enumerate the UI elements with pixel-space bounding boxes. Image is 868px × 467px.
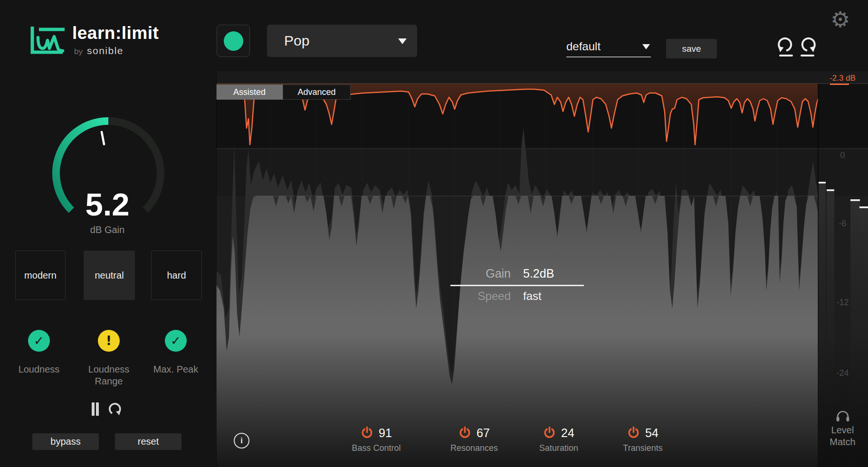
brand-subtitle: bysonible: [74, 45, 124, 56]
scale-label-minus24: -24: [818, 368, 867, 378]
power-icon[interactable]: [458, 426, 471, 440]
scale-label-0: 0: [818, 150, 867, 160]
overlay-gain-label: Gain: [447, 267, 511, 280]
saturation-group: 24 Saturation: [527, 426, 590, 453]
undo-button[interactable]: [774, 34, 796, 59]
tab-advanced[interactable]: Advanced: [283, 84, 351, 100]
bass-control-label: Bass Control: [345, 443, 408, 453]
brand-company: sonible: [87, 45, 124, 56]
preset-dropdown[interactable]: default: [566, 40, 651, 57]
chevron-down-icon: [642, 44, 650, 49]
loudness-range-label: Loudness Range: [75, 364, 143, 387]
power-icon[interactable]: [361, 426, 373, 440]
level-match-label-1: Level: [818, 424, 867, 436]
plugin-title: learn:limit: [72, 23, 159, 43]
reset-button[interactable]: reset: [115, 433, 181, 450]
learn-record-button[interactable]: [217, 25, 250, 57]
level-match-label-2: Match: [818, 436, 867, 448]
style-button-modern[interactable]: modern: [15, 251, 66, 300]
check-icon: ✓: [171, 334, 181, 348]
loudness-label: Loudness: [10, 364, 67, 375]
style-button-neutral[interactable]: neutral: [84, 251, 135, 300]
info-button[interactable]: i: [234, 433, 249, 448]
settings-gear-icon[interactable]: ⚙: [830, 9, 850, 30]
loudness-range-warning-icon: !: [98, 330, 120, 352]
transients-value[interactable]: 54: [645, 426, 658, 440]
transients-group: 54 Transients: [611, 426, 674, 453]
tab-assisted[interactable]: Assisted: [216, 84, 283, 100]
saturation-label: Saturation: [527, 443, 590, 453]
panel-divider: [216, 71, 217, 467]
level-match-button[interactable]: Level Match: [818, 409, 867, 448]
resonances-label: Resonances: [443, 443, 506, 453]
gain-slider[interactable]: [450, 285, 584, 286]
power-icon[interactable]: [627, 426, 640, 440]
brand-by: by: [74, 47, 83, 56]
saturation-value[interactable]: 24: [561, 426, 574, 440]
resonances-value[interactable]: 67: [477, 426, 490, 440]
overlay-speed-label: Speed: [447, 290, 511, 303]
save-button[interactable]: save: [666, 39, 717, 58]
genre-profile-dropdown[interactable]: Pop: [267, 25, 417, 57]
bass-control-group: 91 Bass Control: [345, 426, 408, 453]
loudness-ok-icon: ✓: [28, 330, 50, 352]
genre-profile-value: Pop: [284, 33, 309, 49]
info-icon: i: [240, 436, 243, 446]
power-icon[interactable]: [543, 426, 556, 440]
max-peak-label: Max. Peak: [143, 364, 209, 375]
check-icon: ✓: [34, 334, 44, 348]
transients-label: Transients: [611, 443, 674, 453]
headphones-icon: [835, 409, 850, 422]
scale-label-minus12: -12: [818, 298, 867, 308]
continuous-learning-loop-button[interactable]: [108, 401, 123, 417]
gain-reduction-readout: -2.3 dB: [818, 74, 867, 83]
gauge-needle: [102, 132, 104, 144]
max-peak-ok-icon: ✓: [165, 330, 187, 352]
style-button-hard[interactable]: hard: [151, 251, 202, 300]
sonible-logo-icon: [28, 24, 65, 55]
redo-button[interactable]: [797, 34, 819, 59]
bass-control-value[interactable]: 91: [379, 426, 392, 440]
gain-unit-label: dB Gain: [0, 224, 215, 235]
gain-speed-overlay: Gain 5.2dB Speed fast: [447, 267, 589, 303]
learn-limit-plugin-window: learn:limit bysonible Pop default save ⚙: [0, 0, 868, 467]
overlay-speed-value[interactable]: fast: [523, 290, 542, 303]
scale-label-minus6: -6: [818, 219, 867, 229]
exclamation-icon: !: [106, 334, 112, 348]
chevron-down-icon: [398, 38, 407, 44]
bypass-button[interactable]: bypass: [32, 433, 99, 450]
gain-readout: 5.2: [0, 186, 215, 223]
resonances-group: 67 Resonances: [443, 426, 506, 453]
record-dot-icon: [224, 31, 243, 51]
gain-reduction-marker: [830, 84, 849, 85]
preset-value: default: [566, 40, 601, 53]
overlay-gain-value: 5.2dB: [523, 267, 554, 280]
